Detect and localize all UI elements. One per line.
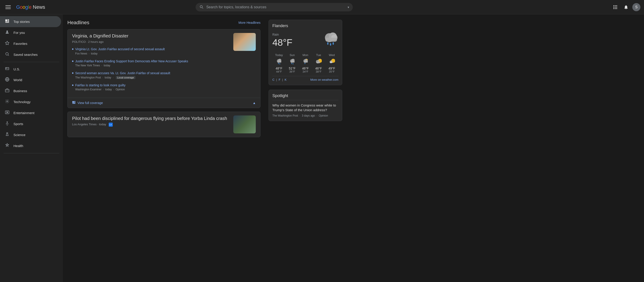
sub-story-1-4-meta: Washington Examiner · today · Opinion bbox=[75, 88, 126, 91]
svg-point-43 bbox=[327, 42, 328, 45]
svg-rect-27 bbox=[6, 89, 9, 92]
svg-point-55 bbox=[293, 63, 294, 64]
svg-rect-48 bbox=[277, 61, 281, 63]
headlines-header: Headlines More Headlines bbox=[67, 20, 260, 25]
sub-story-1-3-title[interactable]: Second woman accuses Va. Lt. Gov. Justin… bbox=[75, 71, 170, 76]
sidebar-item-for-you[interactable]: For you bbox=[0, 27, 61, 38]
sub-story-1-1-title[interactable]: Virginia Lt. Gov. Justin Fairfax accused… bbox=[75, 47, 165, 52]
news-card-story-2: Pilot had been disciplined for dangerous… bbox=[67, 112, 260, 137]
sidebar-item-favorites[interactable]: Favorites bbox=[0, 38, 61, 49]
forecast-mon-label: Mon bbox=[299, 53, 312, 57]
forecast-mon-low: 34°F bbox=[299, 70, 312, 73]
main-content: Headlines More Headlines Virginia, a Dig… bbox=[63, 14, 265, 282]
svg-rect-13 bbox=[8, 19, 9, 20]
forecast-tue-label: Tue bbox=[312, 53, 325, 57]
forecast-tue-low: 38°F bbox=[312, 70, 325, 73]
forecast-wed-high: 49°F bbox=[325, 67, 338, 70]
sidebar-item-entertainment[interactable]: Entertainment bbox=[0, 107, 61, 118]
sidebar-health-label: Health bbox=[14, 144, 23, 148]
sidebar-divider-1 bbox=[4, 62, 59, 62]
sub-story-1-3-dot bbox=[72, 72, 74, 74]
weather-temperature: 48°F bbox=[272, 37, 292, 48]
sub-story-1-4-badge: Opinion bbox=[116, 88, 125, 91]
sports-icon bbox=[4, 121, 10, 127]
search-dropdown-icon[interactable]: ▾ bbox=[348, 5, 349, 9]
view-full-coverage-1[interactable]: View full coverage ▲ bbox=[68, 98, 260, 108]
spotlight-widget: Spotlight Why did women in Congress wear… bbox=[268, 90, 342, 121]
sub-story-1-1-meta: Fox News · today bbox=[75, 52, 165, 55]
svg-line-19 bbox=[8, 55, 9, 56]
view-coverage-icon bbox=[72, 101, 76, 105]
weather-more-link[interactable]: More on weather.com bbox=[310, 78, 338, 81]
sidebar-item-technology[interactable]: Technology bbox=[0, 96, 61, 107]
entertainment-icon bbox=[4, 110, 10, 116]
headlines-title: Headlines bbox=[67, 20, 89, 25]
svg-marker-32 bbox=[7, 112, 8, 113]
sidebar-item-top-stories[interactable]: Top stories bbox=[0, 16, 61, 27]
spotlight-story-title[interactable]: Why did women in Congress wear white to … bbox=[272, 103, 338, 112]
sidebar-item-us[interactable]: U.S. bbox=[0, 64, 61, 74]
news-card-story-1-top: Virginia, a Dignified Disaster POLITICO … bbox=[72, 33, 256, 94]
svg-rect-58 bbox=[304, 61, 308, 63]
search-input[interactable] bbox=[196, 3, 353, 11]
svg-point-44 bbox=[330, 43, 331, 46]
svg-rect-9 bbox=[614, 8, 614, 9]
svg-rect-2 bbox=[6, 8, 11, 9]
unit-k-link[interactable]: K bbox=[285, 78, 287, 81]
weather-current-icon bbox=[320, 31, 338, 50]
sidebar-item-world[interactable]: World bbox=[0, 74, 61, 85]
forecast-wed-icon bbox=[325, 58, 338, 66]
sub-story-1-2-dot bbox=[72, 61, 74, 62]
sub-story-1-4-title[interactable]: Fairfax is starting to look more guilty bbox=[75, 83, 126, 88]
forecast-sun-low: 36°F bbox=[286, 70, 299, 73]
sidebar-item-science[interactable]: Science bbox=[0, 129, 61, 140]
story-1-title[interactable]: Virginia, a Dignified Disaster bbox=[72, 33, 230, 39]
sidebar-item-saved-searches[interactable]: Saved searches bbox=[0, 49, 61, 60]
svg-rect-11 bbox=[616, 8, 617, 9]
unit-c-link[interactable]: C bbox=[272, 78, 274, 81]
svg-rect-23 bbox=[6, 67, 7, 69]
sidebar-item-health[interactable]: Health bbox=[0, 140, 61, 151]
sidebar-item-sports[interactable]: Sports bbox=[0, 118, 61, 129]
search-container: ▾ bbox=[196, 3, 353, 11]
notifications-button[interactable] bbox=[622, 3, 630, 12]
forecast-tue-high: 46°F bbox=[312, 67, 325, 70]
svg-rect-36 bbox=[74, 101, 75, 102]
forecast-wed-low: 35°F bbox=[325, 70, 338, 73]
svg-rect-1 bbox=[6, 7, 11, 7]
news-card-story-2-top: Pilot had been disciplined for dangerous… bbox=[72, 116, 256, 133]
hamburger-menu-button[interactable] bbox=[4, 3, 12, 12]
spotlight-time: 3 days ago bbox=[302, 114, 315, 117]
science-icon bbox=[4, 132, 10, 138]
story-2-source: Los Angeles Times · today LA bbox=[72, 123, 230, 127]
world-icon bbox=[4, 77, 10, 83]
favorites-icon bbox=[4, 41, 10, 46]
sub-story-1-2-meta: The New York Times · today bbox=[75, 64, 188, 67]
svg-point-59 bbox=[306, 59, 308, 60]
weather-units: C | F | K More on weather.com bbox=[272, 76, 338, 81]
sidebar-item-business[interactable]: Business bbox=[0, 85, 61, 96]
story-2-image bbox=[233, 116, 256, 133]
forecast-mon-high: 46°F bbox=[299, 67, 312, 70]
svg-point-50 bbox=[280, 63, 280, 64]
more-headlines-link[interactable]: More Headlines bbox=[238, 21, 260, 24]
user-avatar[interactable]: S bbox=[632, 3, 640, 11]
svg-rect-5 bbox=[616, 5, 617, 6]
svg-rect-14 bbox=[8, 21, 9, 21]
weather-current: Rain 48°F bbox=[272, 31, 338, 50]
sidebar-world-label: World bbox=[14, 78, 22, 82]
right-sidebar: Flanders Rain 48°F bbox=[265, 14, 346, 282]
sidebar: Top stories For you Favorites Saved sear… bbox=[0, 14, 63, 282]
story-1-source: POLITICO · 2 hours ago bbox=[72, 40, 230, 43]
news-logo-text: News bbox=[33, 4, 45, 10]
sub-story-1-3-badge: Local coverage bbox=[116, 76, 136, 79]
sub-story-1-2-title[interactable]: Justin Fairfax Faces Eroding Support fro… bbox=[75, 59, 188, 64]
svg-rect-10 bbox=[615, 8, 616, 9]
unit-f-link[interactable]: F bbox=[279, 78, 280, 81]
svg-rect-42 bbox=[325, 38, 337, 42]
svg-rect-8 bbox=[616, 7, 617, 8]
story-2-title[interactable]: Pilot had been disciplined for dangerous… bbox=[72, 116, 230, 121]
app-logo[interactable]: Google News bbox=[16, 4, 45, 10]
saved-searches-icon bbox=[4, 52, 10, 57]
apps-grid-button[interactable] bbox=[611, 3, 620, 12]
